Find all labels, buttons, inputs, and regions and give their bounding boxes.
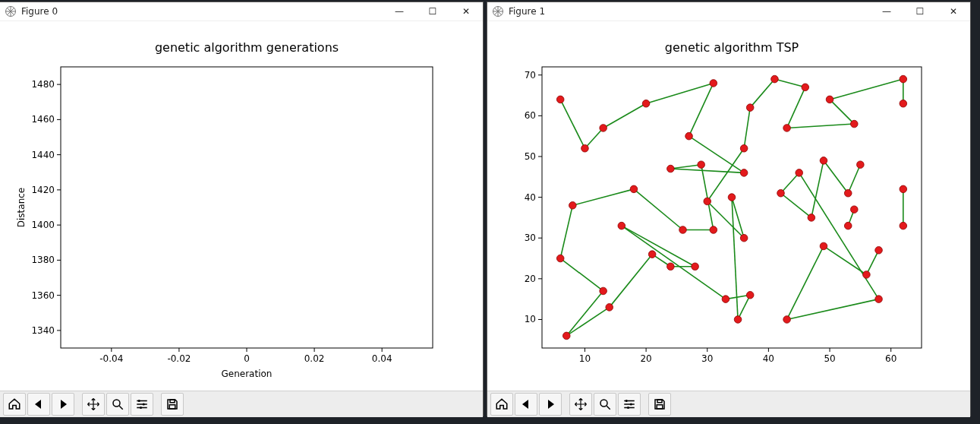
save-icon[interactable] [648, 393, 671, 416]
svg-point-94 [627, 407, 629, 409]
city-node [771, 75, 779, 83]
zoom-icon[interactable] [594, 393, 616, 416]
city-node [630, 185, 638, 193]
svg-point-92 [625, 400, 628, 402]
y-axis-label: Distance [16, 188, 27, 227]
x-tick: 20 [640, 353, 651, 364]
svg-point-20 [138, 400, 140, 402]
save-icon[interactable] [161, 393, 184, 416]
back-icon[interactable] [515, 393, 537, 416]
city-node [704, 198, 711, 205]
svg-line-57 [566, 291, 603, 336]
city-node [863, 271, 871, 279]
city-node [600, 125, 607, 132]
city-node [734, 316, 742, 324]
y-tick: 20 [525, 274, 536, 284]
svg-line-47 [689, 83, 714, 136]
y-tick: 50 [525, 151, 536, 162]
y-tick: 1380 [31, 255, 55, 265]
x-tick: -0.02 [167, 353, 191, 364]
forward-icon[interactable] [539, 393, 562, 416]
city-node [606, 304, 613, 312]
city-node [900, 185, 907, 193]
city-node [900, 75, 907, 83]
svg-point-93 [630, 403, 632, 406]
maximize-button[interactable]: ☐ [903, 2, 937, 21]
titlebar[interactable]: Figure 0 — ☐ ✕ [0, 2, 483, 21]
city-node [569, 202, 577, 210]
matplotlib-icon [5, 5, 17, 17]
close-button[interactable]: ✕ [937, 2, 970, 21]
home-icon[interactable] [3, 393, 26, 416]
pan-icon[interactable] [569, 393, 592, 416]
city-node [710, 80, 717, 87]
svg-line-65 [738, 295, 750, 319]
city-node [850, 120, 858, 128]
y-tick: 1400 [31, 220, 55, 230]
svg-line-56 [560, 258, 603, 291]
city-node [820, 157, 827, 165]
svg-line-48 [689, 136, 745, 172]
svg-line-43 [560, 100, 585, 148]
forward-icon[interactable] [52, 393, 74, 416]
city-node [679, 226, 687, 234]
svg-line-75 [830, 100, 854, 124]
city-node [740, 169, 748, 177]
svg-rect-24 [169, 405, 175, 409]
city-node [740, 144, 748, 152]
chart-title: genetic algorithm generations [155, 40, 339, 55]
axes-frame [61, 67, 433, 348]
city-node [875, 296, 883, 303]
city-node [875, 247, 883, 255]
x-tick: 50 [824, 353, 835, 364]
svg-line-84 [787, 299, 879, 320]
zoom-icon[interactable] [106, 393, 129, 416]
maximize-button[interactable]: ☐ [416, 2, 449, 21]
mpl-toolbar [487, 391, 970, 417]
city-node [844, 189, 852, 197]
x-axis-label: Generation [222, 369, 273, 379]
city-node [642, 100, 650, 107]
city-node [796, 169, 803, 177]
svg-line-81 [781, 193, 811, 217]
svg-point-22 [140, 407, 142, 409]
svg-line-53 [634, 189, 683, 230]
city-node [728, 194, 736, 201]
city-node [802, 84, 809, 91]
svg-line-78 [848, 165, 860, 194]
city-node [783, 316, 791, 324]
svg-line-45 [603, 103, 646, 128]
city-node [562, 332, 570, 340]
chart-title: genetic algorithm TSP [665, 40, 799, 55]
close-button[interactable]: ✕ [449, 2, 483, 21]
city-node [857, 161, 865, 169]
configure-icon[interactable] [131, 393, 153, 416]
svg-line-51 [701, 165, 714, 230]
svg-line-50 [670, 165, 701, 169]
y-tick: 10 [525, 314, 536, 324]
city-node [648, 251, 656, 258]
x-tick: -0.04 [99, 353, 123, 364]
home-icon[interactable] [490, 393, 513, 416]
window-title: Figure 1 [509, 6, 545, 17]
city-node [685, 132, 693, 140]
pan-icon[interactable] [82, 393, 105, 416]
svg-line-49 [670, 169, 744, 172]
titlebar[interactable]: Figure 1 — ☐ ✕ [487, 2, 970, 21]
city-node [746, 104, 754, 112]
svg-point-21 [143, 403, 145, 406]
city-node [581, 144, 589, 152]
city-node [844, 222, 852, 229]
svg-line-59 [610, 255, 652, 308]
configure-icon[interactable] [618, 393, 641, 416]
x-tick: 0.04 [372, 353, 392, 364]
svg-line-54 [572, 189, 634, 205]
y-tick: 40 [525, 192, 536, 203]
minimize-button[interactable]: — [383, 2, 416, 21]
minimize-button[interactable]: — [870, 2, 903, 21]
plot-area: genetic algorithm TSP1020304050601020304… [487, 21, 970, 391]
city-node [826, 96, 833, 103]
svg-rect-23 [170, 400, 175, 403]
back-icon[interactable] [27, 393, 50, 416]
svg-line-82 [781, 172, 799, 193]
